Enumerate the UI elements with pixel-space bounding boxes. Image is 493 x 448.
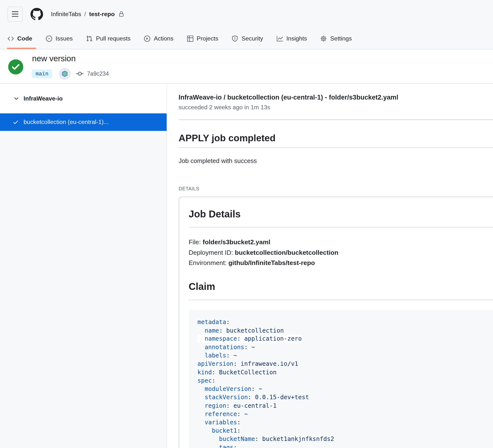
yaml-value: bucket1ankjnfksnfds2 [259, 435, 334, 442]
yaml-value: BucketCollection [215, 368, 277, 375]
git-pull-request-icon [86, 35, 93, 42]
tab-settings[interactable]: Settings [316, 28, 356, 49]
breadcrumb-owner-link[interactable]: InfiniteTabs [51, 11, 81, 18]
breadcrumb-repo-link[interactable]: test-repo [89, 11, 115, 18]
three-bars-icon [11, 10, 19, 18]
yaml-line: bucketName: bucket1ankjnfksnfds2 [197, 435, 493, 443]
yaml-value: 0.0.15-dev+test [251, 394, 309, 400]
repo-nav-tabs: Code Issues Pull requests Actions Projec… [0, 28, 493, 49]
hamburger-menu-button[interactable] [8, 7, 23, 22]
tab-label: Actions [154, 35, 173, 42]
issue-opened-icon [46, 35, 52, 42]
sidebar-background [0, 131, 167, 448]
graph-icon [277, 35, 283, 42]
summary-heading: APPLY job completed [179, 132, 493, 148]
code-icon [8, 35, 14, 42]
yaml-line: bucket1: [197, 426, 493, 435]
divider [179, 119, 493, 120]
yaml-value: ~ [255, 385, 262, 392]
yaml-key: kind [197, 368, 212, 375]
yaml-key: labels [205, 352, 226, 359]
yaml-key: variables [205, 419, 237, 426]
job-details-field: Environment: github/InfiniteTabs/test-re… [189, 257, 493, 268]
field-value: folder/s3bucket2.yaml [202, 238, 270, 246]
yaml-value: ~ [241, 410, 248, 417]
lock-icon [119, 11, 124, 17]
yaml-value: ~ [248, 343, 255, 350]
page: InfiniteTabs / test-repo Code Issues Pul… [0, 0, 493, 448]
job-details-field: File: folder/s3bucket2.yaml [189, 237, 493, 247]
check-circle-icon [8, 59, 23, 75]
yaml-line: stackVersion: 0.0.15-dev+test [197, 393, 493, 401]
table-icon [187, 35, 193, 42]
yaml-value: ~ [230, 352, 237, 359]
yaml-value: infraweave.io/v1 [237, 360, 298, 367]
yaml-value: eu-central-1 [230, 402, 277, 409]
infraweave-logo-icon[interactable] [59, 68, 71, 80]
sidebar-job-item-selected[interactable]: bucketcollection (eu-central-1)... [0, 113, 167, 131]
yaml-line: spec: [197, 376, 493, 384]
yaml-value: application-zero [241, 335, 302, 342]
job-details-fields: File: folder/s3bucket2.yaml Deployment I… [189, 237, 493, 268]
tab-label: Code [17, 35, 32, 42]
sidebar-workflow-group[interactable]: InfraWeave-io [0, 84, 167, 113]
details-box: Job Details File: folder/s3bucket2.yaml … [179, 197, 493, 448]
job-status-text: succeeded 2 weeks ago in 1m 13s [179, 104, 493, 111]
yaml-key: metadata [197, 319, 226, 325]
app-header: InfiniteTabs / test-repo Code Issues Pul… [0, 0, 493, 49]
summary-message: Job completed with success [179, 157, 493, 165]
tab-security[interactable]: Security [227, 28, 268, 49]
job-details-heading: Job Details [189, 208, 493, 228]
tab-label: Settings [330, 35, 352, 42]
yaml-line: kind: BucketCollection [197, 368, 493, 376]
tab-issues[interactable]: Issues [41, 28, 77, 49]
github-mark-icon[interactable] [31, 8, 43, 20]
yaml-line: labels: ~ [197, 351, 493, 359]
tab-label: Insights [286, 35, 307, 42]
yaml-key: spec [197, 377, 212, 384]
tab-label: Pull requests [96, 35, 130, 42]
yaml-key: stackVersion [205, 394, 248, 400]
yaml-line: moduleVersion: ~ [197, 384, 493, 393]
tab-label: Projects [197, 35, 218, 42]
details-label: DETAILS [179, 186, 493, 192]
branch-badge[interactable]: main [32, 69, 52, 78]
yaml-line: tags: [197, 443, 493, 448]
field-label: Deployment ID: [189, 249, 233, 256]
tab-actions[interactable]: Actions [140, 28, 178, 49]
tab-code[interactable]: Code [8, 28, 37, 49]
run-meta: main 7a9c234 [32, 68, 109, 80]
chevron-down-icon [13, 96, 20, 102]
yaml-line: namespace: application-zero [197, 335, 493, 343]
yaml-key: bucket1 [212, 427, 237, 434]
yaml-value: bucketcollection [223, 327, 284, 334]
tab-projects[interactable]: Projects [182, 28, 223, 49]
yaml-key: reference [205, 410, 237, 417]
tab-insights[interactable]: Insights [272, 28, 311, 49]
shield-icon [232, 35, 238, 42]
tab-pull-requests[interactable]: Pull requests [82, 28, 135, 49]
breadcrumb: InfiniteTabs / test-repo [51, 11, 124, 18]
yaml-key: namespace [205, 335, 237, 342]
field-label: File: [189, 238, 201, 246]
sidebar-job-label: bucketcollection (eu-central-1)... [24, 118, 109, 125]
workflow-run-header: new version main 7a9c234 [0, 49, 493, 84]
yaml-key: region [205, 402, 226, 409]
gear-icon [321, 35, 327, 42]
job-details-field: Deployment ID: bucketcollection/bucketco… [189, 247, 493, 257]
field-label: Environment: [189, 259, 226, 267]
yaml-line: metadata: [197, 318, 493, 326]
yaml-line: region: eu-central-1 [197, 401, 493, 410]
commit-sha-link[interactable]: 7a9c234 [87, 71, 109, 77]
claim-yaml-code-block[interactable]: metadata: name: bucketcollection namespa… [189, 310, 493, 448]
git-commit-icon [76, 70, 84, 78]
play-icon [144, 35, 150, 42]
field-value: bucketcollection/bucketcollection [235, 249, 338, 256]
breadcrumb-separator: / [84, 11, 86, 18]
tab-label: Issues [56, 35, 73, 42]
yaml-line: variables: [197, 418, 493, 426]
yaml-line: name: bucketcollection [197, 326, 493, 335]
yaml-key: annotations [205, 343, 244, 350]
yaml-key: moduleVersion [205, 385, 251, 392]
yaml-key: name [205, 327, 219, 334]
